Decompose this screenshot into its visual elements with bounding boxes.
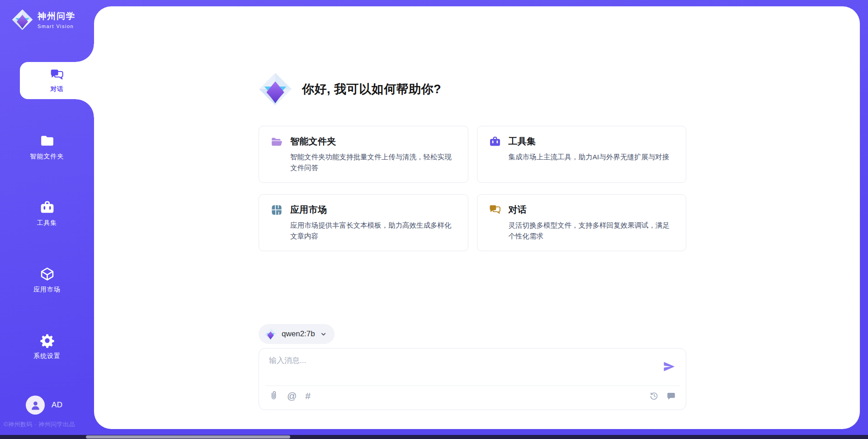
- scrollbar-thumb[interactable]: [86, 435, 290, 439]
- chevron-down-icon: [320, 331, 327, 338]
- card-title: 对话: [509, 204, 527, 216]
- card-toolbox[interactable]: 工具集 集成市场上主流工具，助力AI与外界无缝扩展与对接: [477, 126, 687, 183]
- card-title: 工具集: [509, 135, 536, 148]
- card-title: 应用市场: [290, 204, 327, 216]
- briefcase-icon: [489, 136, 501, 148]
- gear-icon: [40, 333, 55, 348]
- card-description: 应用市场提供丰富长文本模板，助力高效生成多样化文章内容: [290, 220, 456, 242]
- greeting-block: 你好, 我可以如何帮助你?: [259, 72, 441, 106]
- sidebar-item-label: 对话: [51, 85, 64, 93]
- brand-gem-icon: [259, 72, 292, 106]
- app-grid-icon: [271, 204, 283, 216]
- model-name: qwen2:7b: [282, 329, 315, 339]
- card-head: 智能文件夹: [271, 135, 456, 148]
- sidebar-item-toolbox[interactable]: 工具集: [11, 200, 83, 227]
- copyright: ©神州数码 · 神州问学出品: [4, 420, 75, 429]
- composer: @ #: [259, 348, 686, 410]
- speech-bubble-icon: [666, 391, 676, 401]
- send-icon: [663, 360, 675, 373]
- history-icon: [649, 391, 659, 401]
- user-profile[interactable]: AD: [26, 396, 63, 415]
- main-panel: 你好, 我可以如何帮助你? 智能文件夹 智能文件夹功能支持批量文件上传与清洗，轻…: [94, 6, 860, 429]
- toolbox-icon: [40, 200, 55, 215]
- sidebar-item-smart-folder[interactable]: 智能文件夹: [11, 134, 83, 161]
- cube-icon: [40, 267, 55, 282]
- card-head: 应用市场: [271, 204, 456, 216]
- sidebar-item-label: 系统设置: [33, 352, 61, 360]
- open-folder-icon: [271, 136, 283, 148]
- sidebar-item-label: 工具集: [37, 219, 57, 227]
- feature-cards: 智能文件夹 智能文件夹功能支持批量文件上传与清洗，轻松实现文件问答 工具集 集成…: [259, 126, 686, 251]
- composer-tools-left: @ #: [269, 391, 311, 401]
- horizontal-scrollbar[interactable]: [0, 435, 868, 439]
- history-button[interactable]: [649, 391, 659, 401]
- card-description: 灵活切换多模型文件，支持多样回复效果调试，满足个性化需求: [509, 220, 675, 242]
- sidebar-item-chat[interactable]: 对话: [20, 62, 94, 99]
- card-app-market[interactable]: 应用市场 应用市场提供丰富长文本模板，助力高效生成多样化文章内容: [259, 194, 468, 251]
- sidebar-item-app-market[interactable]: 应用市场: [11, 267, 83, 294]
- model-selector[interactable]: qwen2:7b: [259, 324, 335, 344]
- sidebar-item-label: 智能文件夹: [30, 153, 64, 161]
- card-head: 对话: [489, 204, 675, 216]
- app-logo-text: 神州问学 Smart Vision: [38, 10, 75, 29]
- app-logo: 神州问学 Smart Vision: [12, 9, 75, 30]
- brand-gem-icon: [12, 9, 33, 30]
- card-head: 工具集: [489, 135, 675, 148]
- chat-bubbles-icon: [489, 204, 501, 216]
- attach-file-button[interactable]: [269, 391, 278, 401]
- chat-icon: [50, 68, 64, 82]
- person-icon: [30, 400, 41, 411]
- mention-button[interactable]: @: [287, 391, 297, 401]
- card-smart-folder[interactable]: 智能文件夹 智能文件夹功能支持批量文件上传与清洗，轻松实现文件问答: [259, 126, 468, 183]
- app-title: 神州问学: [38, 10, 75, 22]
- folder-icon: [40, 134, 55, 148]
- card-chat[interactable]: 对话 灵活切换多模型文件，支持多样回复效果调试，满足个性化需求: [477, 194, 687, 251]
- greeting-title: 你好, 我可以如何帮助你?: [302, 81, 441, 97]
- quick-reply-button[interactable]: [666, 391, 676, 401]
- user-initials: AD: [52, 401, 63, 410]
- brand-gem-icon: [264, 328, 277, 340]
- avatar: [26, 396, 45, 415]
- hash-icon: #: [305, 391, 311, 401]
- message-input[interactable]: [269, 355, 649, 382]
- card-title: 智能文件夹: [290, 135, 336, 148]
- at-icon: @: [287, 391, 297, 401]
- composer-divider: [265, 386, 679, 386]
- card-description: 集成市场上主流工具，助力AI与外界无缝扩展与对接: [509, 152, 675, 162]
- sidebar-item-settings[interactable]: 系统设置: [11, 333, 83, 360]
- app-subtitle: Smart Vision: [38, 24, 75, 29]
- card-description: 智能文件夹功能支持批量文件上传与清洗，轻松实现文件问答: [290, 152, 456, 173]
- app-root: 神州问学 Smart Vision 对话 智能文件夹 工具集: [0, 0, 868, 439]
- sidebar-item-label: 应用市场: [33, 286, 61, 294]
- composer-tools-right: [649, 391, 676, 401]
- send-button[interactable]: [662, 360, 676, 374]
- paperclip-icon: [269, 391, 278, 401]
- hashtag-button[interactable]: #: [305, 391, 311, 401]
